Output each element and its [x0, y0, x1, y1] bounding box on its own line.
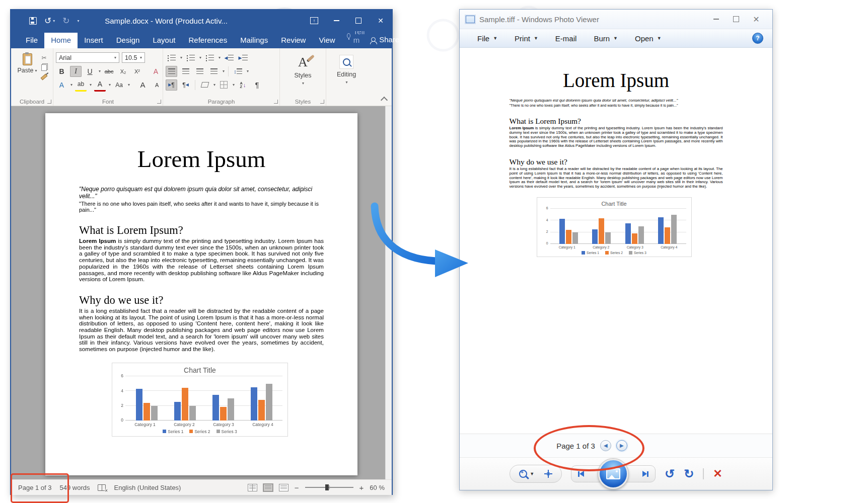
zoom-slider-handle[interactable]	[325, 484, 329, 490]
bullets-button[interactable]	[166, 52, 177, 63]
font-name-value: Arial	[59, 54, 71, 61]
shading-button[interactable]	[199, 79, 210, 91]
tab-design[interactable]: Design	[110, 33, 147, 48]
ribbon-display-options-button[interactable]: ↑	[303, 10, 325, 31]
help-button[interactable]: ?	[752, 33, 763, 44]
rotate-counterclockwise-button[interactable]: ↺	[665, 468, 675, 480]
tab-home[interactable]: Home	[44, 33, 78, 48]
editing-button[interactable]: Editing ▾	[329, 51, 364, 85]
vertical-scrollbar[interactable]	[385, 106, 392, 479]
close-button[interactable]: ✕	[370, 10, 392, 31]
chart-category-label: Category 3	[618, 244, 653, 249]
undo-button[interactable]: ↺▾	[44, 17, 55, 25]
paragraph-dialog-launcher[interactable]	[274, 100, 278, 104]
bold-button[interactable]: B	[56, 66, 67, 77]
minimize-button[interactable]	[325, 10, 347, 31]
text-effects-button[interactable]: A	[56, 79, 67, 91]
shrink-font-button[interactable]: A	[151, 79, 163, 91]
cut-button[interactable]: ✂	[41, 54, 47, 62]
save-icon[interactable]	[29, 17, 37, 25]
highlight-button[interactable]: ab	[75, 78, 87, 92]
sort-button[interactable]: AZ↓	[237, 79, 249, 91]
clipboard-dialog-launcher[interactable]	[47, 100, 51, 104]
chart-title: Chart Title	[542, 201, 686, 207]
proofing-button[interactable]	[98, 484, 106, 491]
decrease-indent-button[interactable]: ◀	[223, 52, 235, 63]
change-case-button[interactable]: Aa	[113, 79, 125, 91]
repeat-icon[interactable]: ↻	[62, 17, 69, 25]
word-document-area[interactable]: Lorem Ipsum "Neque porro quisquam est qu…	[11, 106, 392, 479]
rotate-clockwise-button[interactable]: ↻	[684, 468, 694, 480]
language-indicator[interactable]: English (United States)	[114, 484, 181, 491]
chart-legend-item: Series 1	[582, 251, 599, 255]
numbering-button[interactable]	[185, 52, 196, 63]
paste-button[interactable]: Paste▾	[14, 51, 41, 81]
collapse-ribbon-icon[interactable]	[381, 97, 388, 104]
zoom-slider[interactable]	[305, 487, 353, 488]
italic-button[interactable]: I	[70, 66, 82, 77]
grow-font-button[interactable]: A	[137, 79, 149, 91]
zoom-in-button[interactable]: +	[359, 483, 364, 492]
menu-open[interactable]: Open▼	[626, 29, 670, 47]
styles-dialog-launcher[interactable]	[320, 100, 324, 104]
zoom-percentage[interactable]: 60 %	[370, 484, 385, 491]
styles-button[interactable]: A Styles ▾	[282, 51, 323, 86]
web-layout-button[interactable]	[279, 484, 288, 491]
previous-image-button[interactable]	[578, 471, 584, 477]
multilevel-list-button[interactable]	[204, 52, 215, 63]
tab-references[interactable]: References	[182, 33, 234, 48]
format-painter-button[interactable]	[41, 73, 47, 81]
zoom-out-button[interactable]: −	[295, 483, 299, 492]
strikethrough-button[interactable]: abc	[103, 66, 115, 77]
menu-file[interactable]: File▼	[469, 29, 506, 47]
underline-button[interactable]: U	[84, 66, 96, 77]
font-name-combo[interactable]: Arial▾	[56, 52, 119, 63]
read-mode-button[interactable]	[248, 484, 257, 491]
clear-formatting-button[interactable]: A	[150, 66, 162, 77]
minimize-button[interactable]	[706, 10, 726, 29]
tab-view[interactable]: View	[312, 33, 341, 48]
qat-customize-icon[interactable]: ▾	[78, 19, 80, 23]
styles-group-label: Styles	[280, 99, 326, 105]
share-button[interactable]: Share	[371, 35, 399, 48]
pilcrow-button[interactable]: ¶	[251, 79, 263, 91]
font-dialog-launcher[interactable]	[157, 100, 161, 104]
close-button[interactable]: ✕	[746, 10, 766, 29]
increase-indent-button[interactable]: ▶	[237, 52, 249, 63]
tab-file[interactable]: File	[19, 33, 44, 48]
outdent-icon	[228, 55, 234, 61]
font-size-combo[interactable]: 10.5▾	[122, 52, 145, 63]
menu-email[interactable]: E-mail	[547, 29, 586, 47]
maximize-icon	[355, 18, 361, 24]
align-left-button[interactable]	[166, 66, 177, 77]
align-center-button[interactable]	[180, 66, 191, 77]
font-color-button[interactable]: A	[94, 78, 106, 92]
actual-size-button[interactable]	[544, 470, 552, 478]
tab-insert[interactable]: Insert	[78, 33, 110, 48]
zoom-button[interactable]: ▼	[519, 470, 534, 478]
next-image-button[interactable]	[642, 471, 648, 477]
line-spacing-button[interactable]: ↕	[232, 66, 244, 77]
print-layout-button[interactable]	[263, 484, 273, 491]
superscript-button[interactable]: X²	[131, 66, 143, 77]
copy-button[interactable]	[41, 63, 47, 71]
align-right-button[interactable]	[194, 66, 205, 77]
menu-burn[interactable]: Burn▼	[585, 29, 626, 47]
maximize-button[interactable]	[347, 10, 370, 31]
word-page[interactable]: Lorem Ipsum "Neque porro quisquam est qu…	[45, 113, 357, 475]
delete-button[interactable]: ✕	[713, 468, 722, 479]
tab-layout[interactable]: Layout	[146, 33, 182, 48]
chart-bar-group	[136, 376, 158, 421]
tab-mailings[interactable]: Mailings	[234, 33, 274, 48]
menu-print[interactable]: Print▼	[506, 29, 547, 47]
photo-viewer-app-icon	[466, 16, 475, 23]
borders-button[interactable]	[218, 79, 230, 91]
document-paragraph-2: It is a long established fact that a rea…	[510, 167, 723, 189]
subscript-button[interactable]: X₂	[117, 66, 129, 77]
show-marks-button[interactable]: ▶¶	[166, 79, 177, 91]
justify-button[interactable]	[208, 66, 220, 77]
document-heading-2: Why do we use it?	[510, 157, 723, 166]
maximize-button[interactable]	[726, 10, 746, 29]
tab-review[interactable]: Review	[274, 33, 312, 48]
marks-reverse-button[interactable]: ¶◀	[180, 79, 191, 91]
